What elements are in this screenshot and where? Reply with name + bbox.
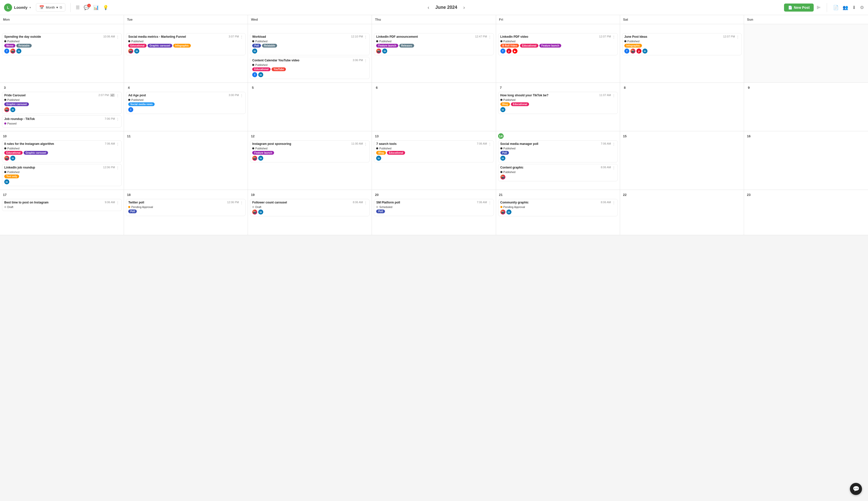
post-card[interactable]: Ad Age post 3:00 PM ⋮ Published Social m… (126, 92, 246, 114)
post-menu-button[interactable]: ⋮ (240, 201, 243, 205)
post-menu-button[interactable]: ⋮ (488, 201, 491, 205)
post-card[interactable]: LinkedIn job roundup 12:06 PM ⋮ Publishe… (2, 164, 122, 186)
post-card[interactable]: Instagram post sponsoring 11:00 AM ⋮ Pub… (250, 140, 370, 162)
li-social-icon: in (500, 107, 506, 112)
next-month-button[interactable]: › (461, 3, 467, 11)
day-number: 11 (126, 133, 131, 139)
post-card[interactable]: Best time to post on Instagram 9:06 AM ⋮… (2, 199, 122, 211)
status-dot (500, 40, 502, 42)
status-dot (500, 147, 502, 149)
post-menu-button[interactable]: ⋮ (488, 142, 491, 146)
calendar-cell: 16 (744, 131, 868, 190)
day-header-sun: Sun (744, 15, 868, 24)
chat-view-icon[interactable]: 💬1 (84, 5, 89, 10)
post-card[interactable]: Community graphic 8:06 AM ⋮ Pending Appr… (498, 199, 618, 216)
post-socials: f (128, 107, 243, 112)
logo-area[interactable]: L Loomly ▾ (4, 3, 31, 12)
doc-icon[interactable]: 📄 (833, 5, 838, 10)
day-number: 20 (374, 192, 379, 198)
post-menu-button[interactable]: ⋮ (116, 201, 119, 205)
people-icon[interactable]: 👥 (843, 5, 848, 10)
post-menu-button[interactable]: ⋮ (612, 201, 616, 205)
post-menu-button[interactable]: ⋮ (116, 142, 119, 146)
calendar-container: MonTueWedThuFriSatSun Spending the day o… (0, 15, 868, 235)
post-socials: f📷in (4, 49, 119, 54)
post-time: 11:07 AM (599, 94, 611, 97)
post-title: LinkedIn PDF announcement (376, 35, 474, 39)
list-view-icon[interactable]: ☰ (76, 5, 80, 10)
post-card[interactable]: Social media metrics - Marketing Funnel … (126, 33, 246, 55)
post-card-header: Pride Carousel 2:07 PMx2 ⋮ (4, 94, 119, 98)
post-menu-button[interactable]: ⋮ (116, 94, 119, 98)
post-menu-button[interactable]: ⋮ (116, 166, 119, 170)
post-card-header: Workload 12:10 PM ⋮ (252, 35, 367, 39)
calendar-cell: 22 (620, 190, 744, 235)
post-card-header: Social media manager poll 7:06 AM ⋮ (500, 142, 616, 146)
settings-icon[interactable]: ⚙ (860, 5, 864, 10)
chart-view-icon[interactable]: 📊 (93, 5, 99, 10)
status-dot (252, 64, 254, 66)
status-dot (128, 99, 130, 101)
download-icon[interactable]: ⬇ (852, 5, 856, 10)
post-status-label: Published (379, 40, 391, 43)
day-number: 15 (622, 133, 628, 139)
day-number: 19 (250, 192, 256, 198)
post-tags: EducationalGraphic carousel (4, 151, 119, 155)
post-card[interactable]: Workload 12:10 PM ⋮ Published PollRelata… (250, 33, 370, 55)
new-post-button[interactable]: 📄 New Post (784, 3, 814, 12)
calendar-cell: LinkedIn PDF video 12:07 PM ⋮ Published … (496, 24, 620, 83)
prev-month-button[interactable]: ‹ (426, 3, 432, 11)
calendar-cell: 7 How long should your TikTok be? 11:07 … (496, 83, 620, 131)
post-card[interactable]: Job roundup - TikTok 7:06 PM ⋮ Passed (2, 115, 122, 128)
post-menu-button[interactable]: ⋮ (612, 94, 616, 98)
post-menu-button[interactable]: ⋮ (240, 35, 243, 39)
post-card[interactable]: 8 rules for the Instagram algorithm 7:06… (2, 140, 122, 162)
filter-icon[interactable]: ⊫ (817, 5, 821, 10)
post-card[interactable]: LinkedIn PDF video 12:07 PM ⋮ Published … (498, 33, 618, 55)
post-menu-button[interactable]: ⋮ (736, 35, 739, 39)
calendar-cell: 18 Twitter poll 12:06 PM ⋮ Pending Appro… (124, 190, 248, 235)
month-view-button[interactable]: 📅 Month ▾ ⧉ (36, 3, 65, 12)
post-menu-button[interactable]: ⋮ (364, 142, 367, 146)
calendar-cell: LinkedIn PDF announcement 12:47 PM ⋮ Pub… (372, 24, 496, 83)
calendar-cell: 12 Instagram post sponsoring 11:00 AM ⋮ … (248, 131, 372, 190)
post-tag: B Roll Video (500, 44, 519, 47)
post-card[interactable]: June Post Ideas 12:07 PM ⋮ Published Inf… (622, 33, 742, 55)
post-card[interactable]: Content graphic 8:06 AM ⋮ Published 📷 (498, 164, 618, 181)
post-menu-button[interactable]: ⋮ (240, 94, 243, 98)
fb-social-icon: f (624, 49, 629, 54)
post-tag: Poll (252, 44, 261, 47)
post-title: LinkedIn PDF video (500, 35, 598, 39)
post-menu-button[interactable]: ⋮ (612, 142, 616, 146)
post-menu-button[interactable]: ⋮ (364, 58, 367, 63)
post-card[interactable]: Twitter poll 12:06 PM ⋮ Pending Approval… (126, 199, 246, 216)
post-status-label: Published (7, 40, 19, 43)
post-menu-button[interactable]: ⋮ (116, 117, 119, 121)
post-menu-button[interactable]: ⋮ (488, 35, 491, 39)
post-status: Pending Approval (500, 205, 616, 209)
post-menu-button[interactable]: ⋮ (612, 35, 616, 39)
post-menu-button[interactable]: ⋮ (612, 166, 616, 170)
post-status: Published (4, 40, 119, 43)
post-menu-button[interactable]: ⋮ (116, 35, 119, 39)
post-card[interactable]: Content Calendar YouTube video 3:06 PM ⋮… (250, 57, 370, 79)
post-menu-button[interactable]: ⋮ (364, 35, 367, 39)
repeat-badge: x2 (110, 94, 115, 97)
post-card[interactable]: 7 search tools 7:06 AM ⋮ Published BlogE… (374, 140, 493, 162)
post-card[interactable]: Social media manager poll 7:06 AM ⋮ Publ… (498, 140, 618, 162)
status-dot (376, 40, 378, 42)
post-tags: Social media news (128, 102, 243, 106)
post-tag: Feature launch (539, 44, 561, 47)
post-menu-button[interactable]: ⋮ (364, 201, 367, 205)
post-tag: Educational (511, 102, 529, 106)
post-card[interactable]: Spending the day outside 10:06 AM ⋮ Publ… (2, 33, 122, 55)
post-card[interactable]: How long should your TikTok be? 11:07 AM… (498, 92, 618, 114)
calendar-cell: 21 Community graphic 8:06 AM ⋮ Pending A… (496, 190, 620, 235)
post-card[interactable]: SM Platform poll 7:06 AM ⋮ Scheduled Pol… (374, 199, 493, 216)
post-card[interactable]: Follower count carousel 8:06 AM ⋮ Draft … (250, 199, 370, 216)
bulb-icon[interactable]: 💡 (103, 5, 108, 10)
post-card[interactable]: Pride Carousel 2:07 PMx2 ⋮ Published Gra… (2, 92, 122, 114)
post-time: 7:06 AM (601, 142, 611, 145)
post-tags: Text only (4, 174, 119, 178)
post-card[interactable]: LinkedIn PDF announcement 12:47 PM ⋮ Pub… (374, 33, 493, 55)
